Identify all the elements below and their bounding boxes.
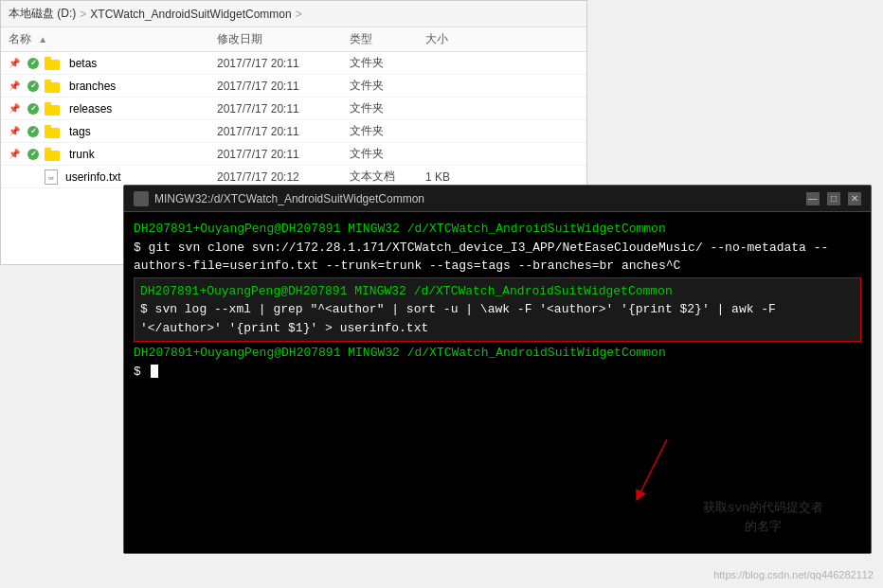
table-row[interactable]: 📌 ✓ releases 2017/7/17 20:11 文件夹 [1, 98, 586, 120]
watermark: https://blog.csdn.net/qq446282112 [713, 569, 874, 580]
file-date: 2017/7/17 20:11 [217, 57, 350, 70]
pin-icon: 📌 [9, 149, 22, 159]
file-type: 文本文档 [350, 169, 425, 185]
file-size: 1 KB [425, 170, 482, 184]
col-header-date: 修改日期 [217, 31, 350, 47]
terminal-controls[interactable]: — □ ✕ [806, 192, 861, 205]
annotation-text: 获取svn的代码提交者 的名字 [703, 499, 823, 536]
term-line-1-cmd: $ git svn clone svn://172.28.1.171/XTCWa… [134, 239, 861, 276]
folder-icon [45, 57, 62, 70]
term-line-2-cmd: $ svn log --xml | grep "^<author" | sort… [140, 300, 855, 337]
svg-line-0 [639, 439, 667, 496]
file-date: 2017/7/17 20:12 [217, 170, 350, 184]
folder-icon [45, 80, 62, 93]
check-icon: ✓ [27, 149, 39, 160]
file-name: 📌 ✓ trunk [9, 148, 217, 161]
col-header-size: 大小 [425, 31, 482, 47]
term-line-2-prompt: DH207891+OuyangPeng@DH207891 MINGW32 /d/… [140, 282, 855, 301]
table-row[interactable]: 📌 ✓ tags 2017/7/17 20:11 文件夹 [1, 120, 586, 143]
file-table: 名称 ▲ 修改日期 类型 大小 📌 ✓ betas 2017/7/17 20:1… [1, 27, 586, 188]
pin-icon: 📌 [9, 80, 22, 91]
breadcrumb-part1: 本地磁盘 (D:) [9, 6, 76, 22]
breadcrumb-part2: XTCWatch_AndroidSuitWidgetCommon [90, 8, 291, 21]
file-name: 📌 ✓ tags [9, 125, 217, 138]
file-table-header: 名称 ▲ 修改日期 类型 大小 [1, 27, 586, 52]
file-type: 文件夹 [350, 146, 425, 162]
file-type: 文件夹 [350, 100, 425, 116]
close-button[interactable]: ✕ [848, 192, 861, 205]
check-icon: ✓ [27, 103, 39, 115]
pin-icon: 📌 [9, 58, 22, 68]
breadcrumb[interactable]: 本地磁盘 (D:) > XTCWatch_AndroidSuitWidgetCo… [1, 1, 586, 27]
file-name: 📌 ✓ releases [9, 102, 217, 116]
annotation-arrow-svg [610, 430, 724, 506]
file-date: 2017/7/17 20:11 [217, 80, 350, 93]
sort-arrow-icon: ▲ [38, 34, 47, 45]
file-type: 文件夹 [350, 123, 425, 139]
terminal-titlebar: MINGW32:/d/XTCWatch_AndroidSuitWidgetCom… [124, 186, 871, 212]
term-line-3-cursor: $ [134, 363, 861, 382]
terminal-window: MINGW32:/d/XTCWatch_AndroidSuitWidgetCom… [123, 185, 872, 554]
breadcrumb-sep1: > [80, 8, 86, 21]
check-icon: ✓ [27, 126, 39, 137]
folder-icon [45, 125, 62, 138]
file-name: 📌 ✓ betas [9, 57, 217, 70]
file-name: txt userinfo.txt [9, 169, 217, 185]
col-header-name: 名称 ▲ [9, 31, 217, 47]
file-rows-container: 📌 ✓ betas 2017/7/17 20:11 文件夹 📌 ✓ branch… [1, 52, 586, 188]
minimize-button[interactable]: — [806, 192, 820, 205]
terminal-body: DH207891+OuyangPeng@DH207891 MINGW32 /d/… [124, 212, 871, 553]
file-name: 📌 ✓ branches [9, 80, 217, 93]
file-date: 2017/7/17 20:11 [217, 148, 350, 161]
table-row[interactable]: 📌 ✓ branches 2017/7/17 20:11 文件夹 [1, 75, 586, 98]
table-row[interactable]: 📌 ✓ trunk 2017/7/17 20:11 文件夹 [1, 143, 586, 166]
pin-icon: 📌 [9, 103, 22, 114]
check-icon: ✓ [27, 58, 39, 69]
col-header-type: 类型 [350, 31, 425, 47]
term-line-3-prompt: DH207891+OuyangPeng@DH207891 MINGW32 /d/… [134, 344, 861, 363]
term-line-1-prompt: DH207891+OuyangPeng@DH207891 MINGW32 /d/… [134, 220, 861, 239]
table-row[interactable]: 📌 ✓ betas 2017/7/17 20:11 文件夹 [1, 52, 586, 75]
file-type: 文件夹 [350, 55, 425, 71]
terminal-title: MINGW32:/d/XTCWatch_AndroidSuitWidgetCom… [134, 191, 424, 206]
terminal-app-icon [134, 191, 149, 206]
check-icon: ✓ [27, 80, 39, 92]
breadcrumb-sep2: > [296, 8, 302, 21]
folder-icon [45, 102, 62, 116]
maximize-button[interactable]: □ [827, 192, 840, 205]
cursor-block [151, 365, 158, 378]
pin-icon: 📌 [9, 126, 22, 136]
file-date: 2017/7/17 20:11 [217, 125, 350, 138]
term-highlight-block: DH207891+OuyangPeng@DH207891 MINGW32 /d/… [134, 277, 861, 343]
file-icon: txt [45, 169, 58, 185]
file-type: 文件夹 [350, 78, 425, 94]
file-date: 2017/7/17 20:11 [217, 102, 350, 116]
folder-icon [45, 148, 62, 161]
